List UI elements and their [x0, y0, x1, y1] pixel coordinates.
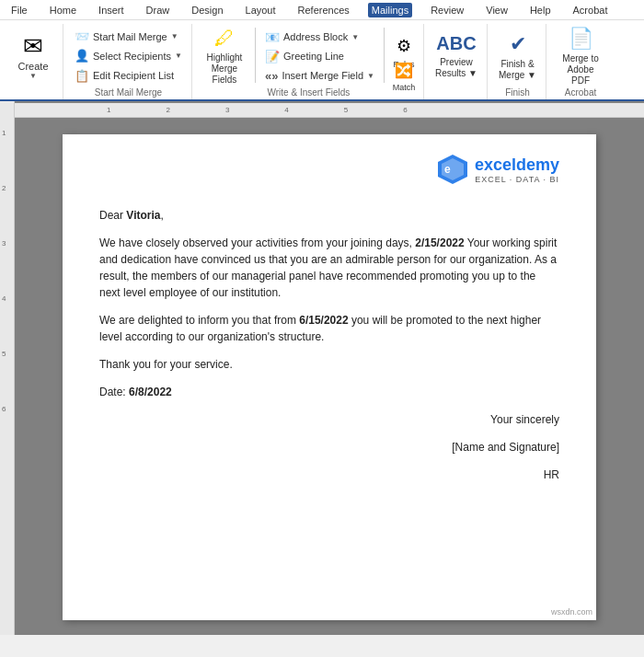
para1-start: We have closely observed your activities… [99, 236, 415, 249]
date-label: Date: [99, 386, 129, 398]
merge-to-pdf-button[interactable]: 📄 Merge toAdobe PDF [554, 28, 607, 85]
date-value: 6/8/2022 [129, 386, 172, 398]
menu-acrobat[interactable]: Acrobat [569, 3, 612, 17]
vertical-ruler: 1 2 3 4 5 6 [0, 101, 15, 635]
finish-merge-button[interactable]: ✔ Finish &Merge ▼ [495, 28, 540, 85]
insert-merge-arrow: ▼ [367, 72, 374, 80]
group-start-mail-merge: 📨 Start Mail Merge ▼ 👤 Select Recipients… [65, 24, 192, 99]
match-fields-button[interactable]: 🔀 Match [390, 60, 418, 78]
dear-text: Dear [99, 209, 126, 222]
insert-merge-label: Insert Merge Field [282, 70, 363, 81]
letter-date: Date: 6/8/2022 [99, 384, 559, 400]
edit-recipient-label: Edit Recipient List [93, 70, 174, 81]
para2-date: 6/15/2022 [299, 314, 348, 327]
menu-view[interactable]: View [482, 3, 512, 17]
write-insert-group-label: Write & Insert Fields [268, 86, 351, 98]
start-mail-merge-group-label: Start Mail Merge [95, 86, 162, 98]
match-fields-label: Match [393, 83, 416, 92]
address-block-button[interactable]: 📧 Address Block ▼ [261, 28, 378, 46]
group-write-insert: 🖊 HighlightMerge Fields 📧 Address Block … [194, 24, 424, 99]
merge-pdf-icon: 📄 [569, 27, 593, 51]
svg-text:e: e [444, 163, 451, 176]
group-create: ✉ Create ▼ [4, 24, 63, 99]
letter-paragraph2: We are delighted to inform you that from… [99, 312, 559, 345]
menu-file[interactable]: File [7, 3, 31, 17]
edit-recipient-icon: 📋 [75, 69, 89, 83]
finish-merge-label: Finish &Merge ▼ [499, 59, 536, 81]
finish-merge-icon: ✔ [510, 32, 526, 56]
closing-line2: [Name and Signature] [99, 439, 559, 455]
create-button[interactable]: ✉ Create ▼ [9, 28, 57, 85]
logo-area: e exceldemy EXCEL · DATA · BI [99, 153, 559, 189]
document-area: 1 2 3 4 5 6 1 2 3 4 5 6 e [0, 101, 644, 635]
para1-bold-date: 2/15/2022 [415, 236, 464, 249]
letter-body: Dear Vitoria, We have closely observed y… [99, 207, 559, 483]
closing-line3: HR [99, 467, 559, 483]
menu-draw[interactable]: Draw [143, 3, 174, 17]
merge-pdf-label: Merge toAdobe PDF [558, 53, 604, 86]
greeting-line-icon: 📝 [265, 50, 280, 63]
menu-mailings[interactable]: Mailings [368, 3, 412, 17]
address-block-label: Address Block [283, 31, 348, 42]
letter-paragraph1: We have closely observed your activities… [99, 235, 559, 301]
select-recipients-arrow: ▼ [175, 52, 182, 60]
letter-greeting: Dear Vitoria, [99, 207, 559, 224]
highlight-label: HighlightMerge Fields [203, 52, 246, 86]
start-mail-merge-label: Start Mail Merge [93, 31, 167, 42]
ribbon: ✉ Create ▼ 📨 Start Mail Merge ▼ 👤 Select… [0, 20, 644, 101]
preview-label: PreviewResults ▼ [435, 57, 477, 79]
create-icon: ✉ [23, 32, 43, 61]
greeting-comma: , [160, 209, 163, 222]
highlight-icon: 🖊 [214, 27, 235, 51]
para2-start: We are delighted to inform you that from [99, 314, 299, 327]
logo-text: exceldemy EXCEL · DATA · BI [475, 156, 559, 184]
letter-closing: Your sincerely [Name and Signature] HR [99, 411, 559, 483]
group-finish: ✔ Finish &Merge ▼ Finish [489, 24, 546, 99]
menu-bar: File Home Insert Draw Design Layout Refe… [0, 0, 644, 20]
greeting-line-label: Greeting Line [283, 51, 344, 62]
logo-name: exceldemy [475, 156, 559, 175]
preview-icon: ABC [436, 33, 476, 54]
select-recipients-label: Select Recipients [93, 51, 171, 62]
logo-tagline: EXCEL · DATA · BI [475, 175, 559, 184]
menu-references[interactable]: References [294, 3, 353, 17]
edit-recipient-list-button[interactable]: 📋 Edit Recipient List [71, 67, 186, 85]
divider2 [384, 28, 385, 83]
select-recipients-button[interactable]: 👤 Select Recipients ▼ [71, 47, 186, 64]
menu-design[interactable]: Design [188, 3, 226, 17]
insert-merge-field-button[interactable]: «» Insert Merge Field ▼ [261, 66, 378, 85]
menu-home[interactable]: Home [46, 3, 80, 17]
closing-line1: Your sincerely [99, 411, 559, 428]
address-block-icon: 📧 [265, 30, 280, 44]
group-preview: ABC PreviewResults ▼ [426, 24, 488, 99]
start-mail-merge-arrow: ▼ [171, 32, 178, 40]
finish-group-label: Finish [505, 86, 530, 98]
start-mail-merge-button[interactable]: 📨 Start Mail Merge ▼ [71, 28, 186, 45]
document-page: e exceldemy EXCEL · DATA · BI Dear Vitor… [63, 134, 596, 620]
rules-button[interactable]: ⚙ Rules [390, 34, 418, 52]
recipient-name: Vitoria [126, 209, 160, 222]
insert-merge-icon: «» [265, 69, 278, 83]
acrobat-group-label: Acrobat [565, 86, 596, 98]
start-mail-merge-icon: 📨 [75, 29, 89, 43]
match-fields-icon: 🔀 [395, 62, 413, 79]
select-recipients-icon: 👤 [75, 49, 89, 63]
highlight-merge-fields-button[interactable]: 🖊 HighlightMerge Fields [200, 28, 249, 85]
group-acrobat: 📄 Merge toAdobe PDF Acrobat [548, 24, 613, 99]
greeting-line-button[interactable]: 📝 Greeting Line [261, 47, 378, 65]
menu-help[interactable]: Help [526, 3, 555, 17]
menu-layout[interactable]: Layout [242, 3, 280, 17]
watermark: wsxdn.com [551, 607, 592, 617]
preview-results-button[interactable]: ABC PreviewResults ▼ [431, 28, 481, 85]
create-label: Create [17, 61, 48, 72]
menu-insert[interactable]: Insert [95, 3, 128, 17]
rules-icon: ⚙ [397, 36, 411, 56]
letter-thanks: Thank you for your service. [99, 356, 559, 373]
document-scroll[interactable]: 1 2 3 4 5 6 e exceldemy EXCEL · DATA · B [15, 101, 644, 635]
exceldemy-logo-icon: e [436, 153, 469, 186]
divider1 [255, 28, 256, 83]
menu-review[interactable]: Review [427, 3, 467, 17]
address-block-arrow: ▼ [351, 33, 359, 41]
create-arrow: ▼ [29, 72, 37, 80]
